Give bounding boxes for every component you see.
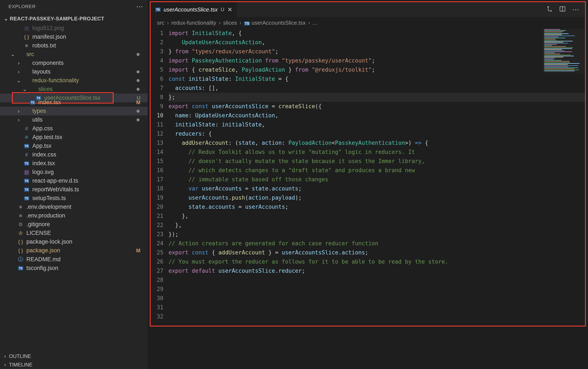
app-root: EXPLORER ⋯ ⌄ REACT-PASSKEY-SAMPLE-PROJEC… [0, 0, 588, 369]
tree-item[interactable]: ›utils [0, 115, 148, 124]
tree-label: .env.development [26, 204, 144, 210]
close-icon[interactable]: ✕ [227, 6, 232, 13]
tree-item[interactable]: ›components [0, 59, 148, 67]
tree-item[interactable]: { }package.jsonM [0, 246, 148, 255]
tree-label: LICENSE [26, 230, 144, 236]
tree-label: index.tsx [38, 99, 136, 106]
tree-item[interactable]: TSsetupTests.ts [0, 194, 148, 203]
tree-label: types [32, 108, 136, 114]
file-icon: ▧ [22, 169, 31, 175]
project-header[interactable]: ⌄ REACT-PASSKEY-SAMPLE-PROJECT [0, 14, 148, 24]
tree-item[interactable]: ⌄slices [0, 85, 148, 93]
git-badge: M [136, 100, 140, 105]
code-content[interactable]: import InitialState, { UpdateUserAccount… [168, 29, 585, 326]
sidebar: EXPLORER ⋯ ⌄ REACT-PASSKEY-SAMPLE-PROJEC… [0, 0, 148, 369]
tree-label: react-app-env.d.ts [32, 177, 144, 184]
tree-item[interactable]: ›layouts [0, 67, 148, 76]
file-icon: TS [22, 196, 31, 200]
compare-changes-icon[interactable] [546, 6, 553, 14]
modified-dot [136, 88, 140, 91]
tree-label: logo.svg [32, 169, 144, 175]
file-icon: { } [22, 34, 31, 40]
tree-item[interactable]: ♔LICENSE [0, 229, 148, 237]
tree-label: .env.production [26, 212, 144, 219]
tree-label: App.css [32, 125, 144, 132]
file-icon: TS [22, 161, 31, 165]
breadcrumb-item[interactable]: redux-functionality [171, 20, 216, 26]
breadcrumb-item[interactable]: slices [223, 20, 237, 26]
tree-item[interactable]: TSreportWebVitals.ts [0, 185, 148, 194]
outline-section[interactable]: › OUTLINE [0, 352, 148, 360]
file-icon: ⚛ [22, 134, 31, 140]
breadcrumb-separator: › [240, 20, 242, 26]
breadcrumb-separator: › [167, 20, 169, 26]
tab-active[interactable]: TS userAccountsSlice.tsx U ✕ [151, 2, 237, 17]
tree-item[interactable]: #App.css [0, 124, 148, 133]
breadcrumbs[interactable]: src›redux-functionality›slices›TS userAc… [151, 17, 585, 29]
chevron-right-icon: › [2, 362, 8, 368]
minimap[interactable] [543, 29, 585, 73]
tree-label: README.md [26, 256, 144, 263]
tree-item[interactable]: ⚙.gitignore [0, 220, 148, 229]
tree-label: reportWebVitals.ts [32, 186, 144, 193]
tab-label: userAccountsSlice.tsx [164, 6, 218, 13]
tree-item[interactable]: #index.css [0, 150, 148, 159]
tree-label: package-lock.json [26, 238, 144, 245]
tree-item[interactable]: ≡robots.txt [0, 41, 148, 50]
tree-item[interactable]: ›types [0, 107, 148, 115]
tab-actions: ⋯ [546, 6, 585, 14]
tree-item[interactable]: { }manifest.json [0, 32, 148, 41]
file-icon: # [22, 152, 31, 158]
file-icon: ≡ [17, 213, 25, 219]
outline-label: OUTLINE [9, 353, 31, 359]
timeline-section[interactable]: › TIMELINE [0, 360, 148, 369]
tree-label: setupTests.ts [32, 195, 144, 202]
typescript-icon: TS [155, 7, 161, 12]
file-icon: TS [22, 179, 31, 183]
chevron-down-icon: ⌄ [22, 86, 27, 92]
breadcrumb-item[interactable]: TS userAccountsSlice.tsx [244, 20, 306, 26]
tree-item[interactable]: ≡.env.development [0, 203, 148, 211]
tree-item[interactable]: ⓘREADME.md [0, 255, 148, 264]
tree-item[interactable]: TSindex.tsx [0, 159, 148, 168]
tree-item[interactable]: ⌄redux-functionality [0, 76, 148, 85]
tree-item[interactable]: { }package-lock.json [0, 237, 148, 246]
editor[interactable]: 1234567891011121314151617181920212223242… [151, 29, 585, 326]
tree-item[interactable]: ⌄src [0, 50, 148, 59]
tree-item[interactable]: ⚛App.test.tsx [0, 133, 148, 142]
chevron-right-icon: › [2, 353, 8, 359]
tree-label: logo512.png [32, 25, 144, 31]
tree-item[interactable]: ▧logo512.png [0, 24, 148, 32]
split-editor-icon[interactable] [559, 6, 566, 14]
tree-item[interactable]: TStsconfig.json [0, 264, 148, 273]
breadcrumb-item[interactable]: src [157, 20, 164, 26]
tree-item[interactable]: TSindex.tsxM [0, 98, 148, 107]
tree-item[interactable]: TSreact-app-env.d.ts [0, 176, 148, 185]
file-icon: ≡ [17, 204, 25, 210]
more-actions-icon[interactable]: ⋯ [572, 6, 579, 14]
tree-label: utils [32, 116, 136, 123]
modified-dot [136, 70, 140, 73]
file-icon: # [22, 126, 31, 132]
chevron-right-icon: › [16, 108, 21, 114]
more-actions-icon[interactable]: ⋯ [136, 2, 143, 11]
tree-label: manifest.json [32, 34, 144, 40]
file-icon: ⓘ [17, 256, 25, 263]
tree-item[interactable]: ▧logo.svg [0, 168, 148, 176]
file-icon: { } [17, 239, 25, 245]
breadcrumb-item[interactable]: ... [313, 20, 317, 26]
file-icon: TS [17, 266, 25, 270]
timeline-label: TIMELINE [9, 362, 32, 368]
sidebar-header: EXPLORER ⋯ [0, 0, 148, 14]
project-name: REACT-PASSKEY-SAMPLE-PROJECT [10, 16, 104, 22]
file-icon: { } [17, 248, 25, 254]
tree-item[interactable]: ≡.env.production [0, 211, 148, 220]
tree-label: package.json [26, 247, 136, 254]
file-tree: ▧logo512.png{ }manifest.json≡robots.txt⌄… [0, 24, 148, 352]
modified-dot [136, 79, 140, 82]
tree-label: index.css [32, 151, 144, 158]
tree-label: robots.txt [32, 42, 144, 49]
tree-item[interactable]: TSApp.tsx [0, 142, 148, 150]
breadcrumb-separator: › [219, 20, 220, 26]
line-gutter: 1234567891011121314151617181920212223242… [151, 29, 168, 326]
